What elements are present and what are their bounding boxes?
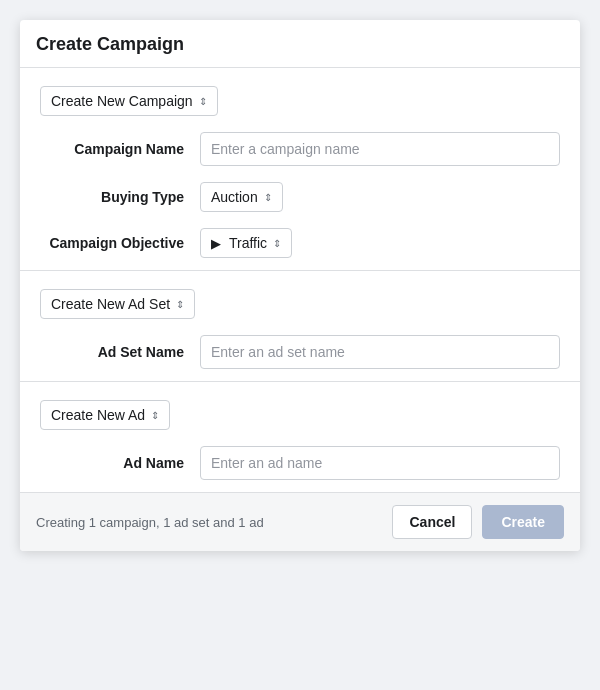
campaign-objective-label: Campaign Objective [40, 235, 200, 251]
campaign-name-input[interactable] [200, 132, 560, 166]
buying-type-dropdown[interactable]: Auction ⇕ [200, 182, 283, 212]
modal-title: Create Campaign [36, 34, 564, 55]
campaign-objective-arrow: ⇕ [273, 238, 281, 249]
footer-info-text: Creating 1 campaign, 1 ad set and 1 ad [36, 515, 264, 530]
campaign-dropdown-arrow: ⇕ [199, 96, 207, 107]
ad-name-row: Ad Name [40, 446, 560, 480]
buying-type-value: Auction [211, 189, 258, 205]
footer-actions: Cancel Create [392, 505, 564, 539]
create-new-adset-dropdown[interactable]: Create New Ad Set ⇕ [40, 289, 195, 319]
ad-section: Create New Ad ⇕ Ad Name [20, 382, 580, 492]
cancel-button[interactable]: Cancel [392, 505, 472, 539]
create-campaign-modal: Create Campaign Create New Campaign ⇕ Ca… [20, 20, 580, 551]
adset-name-input[interactable] [200, 335, 560, 369]
adset-section: Create New Ad Set ⇕ Ad Set Name [20, 271, 580, 381]
create-button[interactable]: Create [482, 505, 564, 539]
buying-type-arrow: ⇕ [264, 192, 272, 203]
buying-type-row: Buying Type Auction ⇕ [40, 182, 560, 212]
adset-name-row: Ad Set Name [40, 335, 560, 369]
adset-dropdown-arrow: ⇕ [176, 299, 184, 310]
modal-footer: Creating 1 campaign, 1 ad set and 1 ad C… [20, 492, 580, 551]
ad-name-label: Ad Name [40, 455, 200, 471]
campaign-section: Create New Campaign ⇕ Campaign Name Buyi… [20, 68, 580, 270]
create-new-ad-dropdown[interactable]: Create New Ad ⇕ [40, 400, 170, 430]
ad-dropdown-arrow: ⇕ [151, 410, 159, 421]
create-new-ad-label: Create New Ad [51, 407, 145, 423]
campaign-name-row: Campaign Name [40, 132, 560, 166]
cursor-icon: ▶ [211, 236, 221, 251]
campaign-name-label: Campaign Name [40, 141, 200, 157]
create-new-adset-label: Create New Ad Set [51, 296, 170, 312]
campaign-objective-row: Campaign Objective ▶ Traffic ⇕ [40, 228, 560, 258]
adset-name-label: Ad Set Name [40, 344, 200, 360]
campaign-objective-value: Traffic [229, 235, 267, 251]
ad-name-input[interactable] [200, 446, 560, 480]
modal-header: Create Campaign [20, 20, 580, 68]
create-new-campaign-label: Create New Campaign [51, 93, 193, 109]
buying-type-label: Buying Type [40, 189, 200, 205]
campaign-objective-dropdown[interactable]: ▶ Traffic ⇕ [200, 228, 292, 258]
create-new-campaign-dropdown[interactable]: Create New Campaign ⇕ [40, 86, 218, 116]
